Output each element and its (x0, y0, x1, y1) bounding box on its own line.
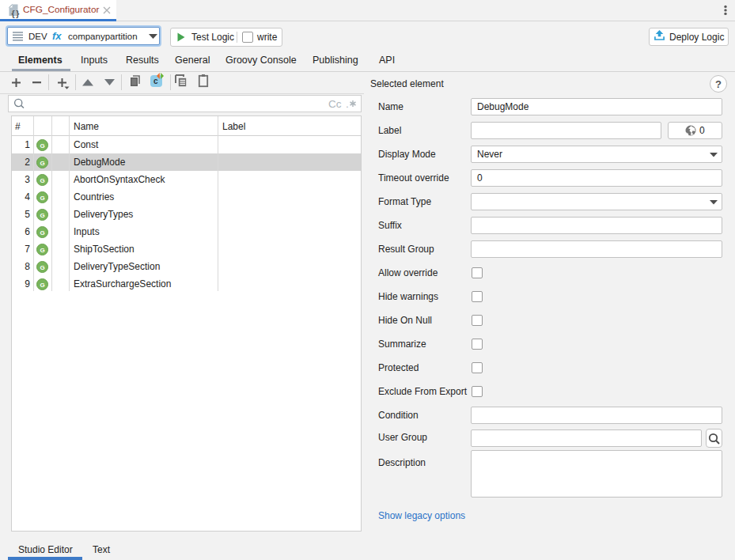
svg-text:{: { (12, 9, 15, 18)
svg-text:}: } (16, 9, 19, 18)
